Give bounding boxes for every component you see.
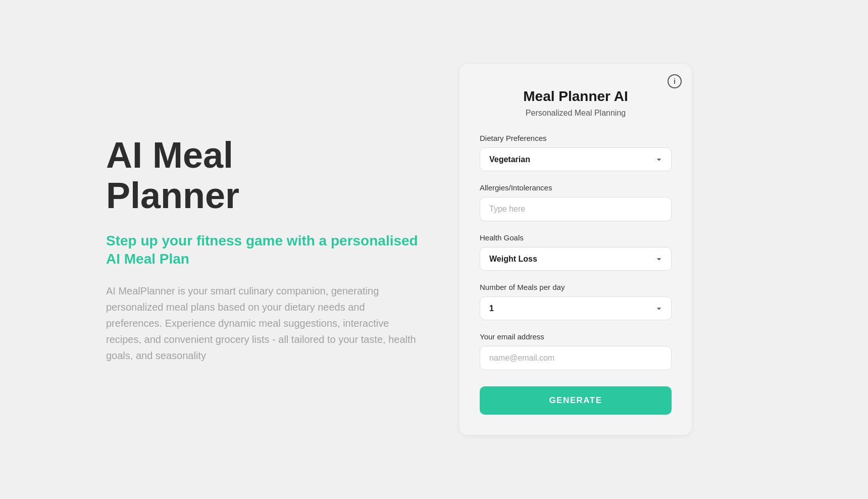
- allergies-label: Allergies/Intolerances: [480, 183, 672, 192]
- health-select[interactable]: Weight Loss Muscle Gain Maintenance Ener…: [480, 247, 672, 271]
- panel-subtitle: Personalized Meal Planning: [480, 109, 672, 118]
- hero-subtitle: Step up your fitness game with a persona…: [106, 232, 419, 269]
- email-input[interactable]: [480, 346, 672, 370]
- info-icon-label: i: [674, 77, 676, 85]
- dietary-group: Dietary Preferences Vegetarian Vegan Omn…: [480, 134, 672, 171]
- info-icon[interactable]: i: [668, 74, 682, 88]
- allergies-group: Allergies/Intolerances: [480, 183, 672, 221]
- meals-select[interactable]: 1 2 3 4 5 6: [480, 296, 672, 320]
- dietary-select[interactable]: Vegetarian Vegan Omnivore Pescatarian Ke…: [480, 147, 672, 171]
- generate-button[interactable]: GENERATE: [480, 386, 672, 415]
- left-sidebar: [0, 0, 66, 499]
- form-panel: i Meal Planner AI Personalized Meal Plan…: [459, 64, 692, 435]
- hero-title: AI MealPlanner: [106, 135, 419, 215]
- allergies-input[interactable]: [480, 197, 672, 221]
- main-content: AI MealPlanner Step up your fitness game…: [66, 0, 868, 499]
- meals-label: Number of Meals per day: [480, 283, 672, 291]
- email-label: Your email address: [480, 332, 672, 341]
- hero-description: AI MealPlanner is your smart culinary co…: [106, 283, 419, 364]
- dietary-label: Dietary Preferences: [480, 134, 672, 142]
- email-group: Your email address: [480, 332, 672, 370]
- panel-title: Meal Planner AI: [480, 88, 672, 105]
- meals-group: Number of Meals per day 1 2 3 4 5 6: [480, 283, 672, 320]
- health-label: Health Goals: [480, 233, 672, 242]
- hero-section: AI MealPlanner Step up your fitness game…: [106, 135, 419, 363]
- health-group: Health Goals Weight Loss Muscle Gain Mai…: [480, 233, 672, 271]
